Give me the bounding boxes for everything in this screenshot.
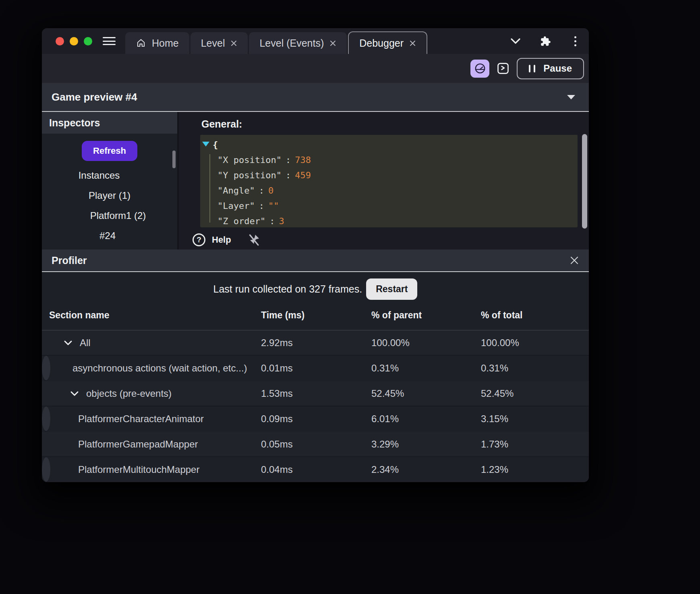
pct-total-value: 52.45% xyxy=(481,388,589,399)
caret-down-icon[interactable] xyxy=(567,95,575,99)
json-colon: : xyxy=(259,186,264,196)
tab-debugger[interactable]: Debugger xyxy=(348,31,427,54)
tree-guide-line xyxy=(209,154,210,223)
json-key: "Layer" xyxy=(217,201,255,211)
json-entry[interactable]: "X position":738 xyxy=(213,153,578,168)
inspectors-body: Refresh Instances Player (1) Platform1 (… xyxy=(42,134,177,250)
general-title: General: xyxy=(201,118,589,130)
tab-level-events[interactable]: Level (Events) xyxy=(249,32,347,54)
restart-button[interactable]: Restart xyxy=(366,278,417,300)
json-colon: : xyxy=(286,170,291,180)
screenshot-page: Home Level Level (Events) Debugger xyxy=(0,0,700,594)
pct-total-value: 0.31% xyxy=(481,363,508,374)
extensions-puzzle-icon[interactable] xyxy=(540,35,551,47)
json-entry[interactable]: "Angle":0 xyxy=(213,183,578,198)
general-scrollbar[interactable] xyxy=(582,134,587,229)
inspectors-title: Inspectors xyxy=(49,117,100,129)
chevron-down-icon[interactable] xyxy=(70,391,79,396)
close-icon[interactable] xyxy=(570,256,579,265)
json-value[interactable]: 738 xyxy=(295,155,311,165)
tree-item-platform1[interactable]: Platform1 (2) xyxy=(50,208,186,224)
section-name: PlatformerGamepadMapper xyxy=(78,439,198,450)
pause-button[interactable]: Pause xyxy=(517,58,584,79)
pause-label: Pause xyxy=(543,63,572,74)
tab-label: Debugger xyxy=(359,37,404,49)
time-value: 1.53ms xyxy=(261,388,371,399)
pct-parent-value: 100.00% xyxy=(371,337,481,349)
tab-label: Level xyxy=(201,37,225,49)
json-value[interactable]: 0 xyxy=(268,186,273,196)
time-value: 0.04ms xyxy=(261,464,371,475)
zoom-window-button[interactable] xyxy=(84,37,92,45)
chevron-down-icon[interactable] xyxy=(510,35,521,47)
tab-label: Level (Events) xyxy=(259,37,324,49)
tab-level[interactable]: Level xyxy=(191,32,248,54)
profiler-toggle-button[interactable] xyxy=(470,60,489,78)
pin-off-icon[interactable] xyxy=(247,233,261,247)
profiler-status-row: Last run collected on 327 frames. Restar… xyxy=(42,272,589,306)
json-value[interactable]: 459 xyxy=(295,170,311,180)
time-value: 0.09ms xyxy=(261,413,371,425)
json-value[interactable]: "" xyxy=(268,201,279,211)
help-label[interactable]: Help xyxy=(212,235,231,245)
close-icon[interactable] xyxy=(230,40,237,47)
profiler-rows: All 2.92ms 100.00% 100.00% asynchronous … xyxy=(42,330,589,482)
json-entry[interactable]: "Z order":3 xyxy=(213,214,578,229)
game-preview-bar[interactable]: Game preview #4 xyxy=(42,83,589,112)
chevron-down-icon[interactable] xyxy=(64,340,72,346)
close-icon[interactable] xyxy=(409,40,416,47)
json-key: "Angle" xyxy=(217,186,255,196)
json-value[interactable]: 3 xyxy=(279,216,284,226)
column-header-pct-parent: % of parent xyxy=(371,310,481,321)
table-row[interactable]: PlatformerMultitouchMapper 0.04ms 2.34% … xyxy=(42,457,50,482)
close-window-button[interactable] xyxy=(56,37,64,45)
table-row[interactable]: asynchronous actions (wait action, etc..… xyxy=(42,356,50,381)
column-header-section-name: Section name xyxy=(42,310,261,321)
json-key: "Y position" xyxy=(217,170,282,180)
help-row: ? Help xyxy=(193,233,589,247)
console-button[interactable] xyxy=(495,61,511,76)
json-colon: : xyxy=(286,155,291,165)
minimize-window-button[interactable] xyxy=(70,37,78,45)
kebab-menu-icon[interactable] xyxy=(570,35,581,47)
section-name: All xyxy=(80,337,91,349)
inspectors-header: Inspectors xyxy=(42,112,177,134)
json-inspector: { "X position":738 "Y position":459 "Ang… xyxy=(200,135,578,227)
inspectors-scrollbar[interactable] xyxy=(172,151,176,168)
titlebar: Home Level Level (Events) Debugger xyxy=(42,28,589,54)
section-name: asynchronous actions (wait action, etc..… xyxy=(72,363,247,374)
time-value: 2.92ms xyxy=(261,337,371,349)
json-entry[interactable]: "Y position":459 xyxy=(213,168,578,183)
table-row[interactable]: All 2.92ms 100.00% 100.00% xyxy=(42,330,589,356)
json-entry[interactable]: "Layer":"" xyxy=(213,198,578,214)
refresh-button[interactable]: Refresh xyxy=(82,141,137,161)
table-row[interactable]: PlatformerCharacterAnimator 0.09ms 6.01%… xyxy=(42,406,50,432)
json-key: "X position" xyxy=(217,155,282,165)
pct-total-value: 1.73% xyxy=(481,439,589,450)
tree-item-instances[interactable]: Instances xyxy=(42,167,167,184)
profiler-body: Last run collected on 327 frames. Restar… xyxy=(42,272,589,482)
section-name: objects (pre-events) xyxy=(86,388,172,399)
pct-total-value: 1.23% xyxy=(481,464,508,475)
profiler-table-header: Section name Time (ms) % of parent % of … xyxy=(42,306,589,324)
table-row[interactable]: PlatformerGamepadMapper 0.05ms 3.29% 1.7… xyxy=(42,432,589,457)
json-colon: : xyxy=(259,201,264,211)
close-icon[interactable] xyxy=(329,40,336,47)
json-key: "Z order" xyxy=(217,216,265,226)
pct-parent-value: 52.45% xyxy=(371,388,481,399)
inspectors-panel: Inspectors Refresh Instances Player (1) … xyxy=(42,112,177,250)
time-value: 0.01ms xyxy=(261,363,371,374)
section-name: PlatformerMultitouchMapper xyxy=(78,464,199,475)
tree-item-player[interactable]: Player (1) xyxy=(42,188,177,204)
tab-label: Home xyxy=(152,37,179,49)
table-row[interactable]: objects (pre-events) 1.53ms 52.45% 52.45… xyxy=(42,381,589,406)
tab-home[interactable]: Home xyxy=(125,32,189,54)
pct-parent-value: 3.29% xyxy=(371,439,481,450)
hamburger-menu-icon[interactable] xyxy=(103,37,116,45)
profiler-table: Section name Time (ms) % of parent % of … xyxy=(42,306,589,482)
pct-parent-value: 2.34% xyxy=(371,464,481,475)
help-icon[interactable]: ? xyxy=(193,233,205,246)
instances-tree: Instances Player (1) Platform1 (2) #24 xyxy=(42,167,177,244)
expander-triangle-icon[interactable] xyxy=(202,142,209,146)
tree-item-24[interactable]: #24 xyxy=(42,228,175,244)
